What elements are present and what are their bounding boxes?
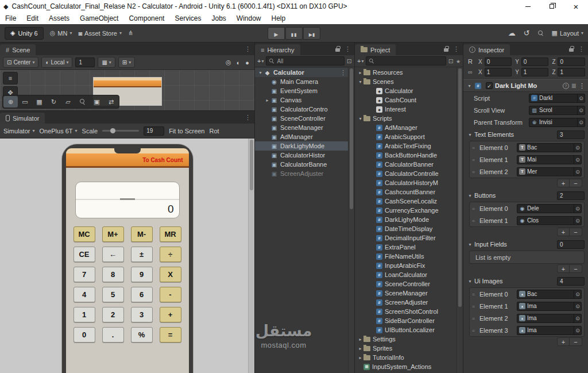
menu-item[interactable]: Component: [123, 14, 169, 22]
foldout-text-elements[interactable]: Text Elements 3: [463, 128, 588, 141]
scrollbar-thumb[interactable]: [350, 68, 353, 209]
calc-key[interactable]: %: [131, 327, 153, 343]
list-element-row[interactable]: Element 1 Mai: [470, 153, 584, 166]
lock-icon[interactable]: [335, 48, 340, 52]
object-field[interactable]: Mer: [517, 167, 582, 176]
hierarchy-item[interactable]: EventSystem: [255, 86, 354, 95]
calc-key[interactable]: ±: [131, 247, 153, 262]
list-element-row[interactable]: Element 0 Dele: [470, 202, 584, 214]
space-toggle[interactable]: Local: [41, 57, 72, 68]
tab-inspector[interactable]: Inspector: [463, 44, 510, 55]
project-item[interactable]: ScreenShotControl: [355, 307, 463, 316]
list-element-row[interactable]: Element 1 Ima: [470, 300, 584, 312]
hierarchy-item[interactable]: SceneController: [255, 114, 354, 123]
hierarchy-add-button[interactable]: [257, 57, 264, 64]
list-element-row[interactable]: Element 2 Mer: [470, 166, 584, 178]
tab-simulator[interactable]: Simulator: [0, 113, 45, 124]
project-item[interactable]: Settings: [355, 334, 463, 344]
search-picker-icon[interactable]: [347, 57, 352, 65]
foldout-buttons[interactable]: Buttons 2: [463, 189, 588, 202]
hierarchy-item[interactable]: Canvas: [255, 95, 354, 105]
drag-handle-icon[interactable]: [472, 145, 478, 151]
project-item[interactable]: BackButtonHandle: [355, 151, 463, 160]
undo-history-icon[interactable]: [524, 29, 530, 37]
menu-item[interactable]: Window: [231, 14, 266, 22]
project-item[interactable]: AdManager: [355, 123, 463, 132]
project-item[interactable]: Scenes: [355, 77, 463, 86]
object-field[interactable]: Ima: [517, 314, 582, 323]
object-field[interactable]: Bac: [517, 143, 582, 152]
grid-size-field[interactable]: 1: [75, 57, 95, 67]
move-tool-button[interactable]: [3, 96, 18, 107]
project-item[interactable]: FileNameUtils: [355, 252, 463, 261]
hierarchy-item[interactable]: SceneManager: [255, 123, 354, 132]
project-item[interactable]: ExtraPanel: [355, 243, 463, 252]
overlay-menu-button[interactable]: [3, 72, 18, 84]
project-search-input[interactable]: [366, 56, 446, 66]
list-size-field[interactable]: 3: [557, 130, 585, 139]
drag-handle-icon[interactable]: [472, 291, 478, 297]
shading-mode-icon[interactable]: [237, 59, 241, 66]
object-picker-icon[interactable]: [574, 156, 581, 164]
project-menu-icon[interactable]: [453, 45, 459, 53]
project-item[interactable]: UIButtonLocalizer: [355, 325, 463, 334]
menu-item[interactable]: Jobs: [206, 14, 231, 22]
menu-item[interactable]: File: [0, 14, 21, 22]
object-picker-icon[interactable]: [574, 205, 581, 213]
search-icon[interactable]: [538, 30, 544, 36]
list-element-row[interactable]: Element 3 Ima: [470, 324, 584, 336]
object-field[interactable]: Ima: [517, 326, 582, 335]
tab-project[interactable]: Project: [355, 44, 396, 55]
step-button[interactable]: [303, 27, 320, 40]
calc-key[interactable]: ÷: [160, 247, 181, 262]
foldout-input-fields[interactable]: Input Fields 0: [463, 238, 588, 251]
calc-key[interactable]: =: [160, 327, 181, 343]
layout-dropdown[interactable]: Layout: [552, 29, 583, 37]
calc-key[interactable]: M-: [131, 226, 153, 242]
object-picker-icon[interactable]: [574, 290, 581, 298]
add-element-button[interactable]: [557, 337, 570, 346]
remove-element-button[interactable]: [570, 337, 582, 346]
project-item[interactable]: CalculatorBanner: [355, 160, 463, 169]
menu-item[interactable]: Help: [266, 14, 291, 22]
simulator-mode-dropdown[interactable]: Simulator: [3, 128, 34, 134]
scene-menu-icon[interactable]: [245, 45, 251, 53]
object-picker-icon[interactable]: [574, 302, 581, 310]
constrain-proportions-icon[interactable]: [468, 68, 475, 75]
list-element-row[interactable]: Element 1 Clos: [470, 214, 584, 226]
restore-button[interactable]: [540, 0, 564, 13]
object-field[interactable]: Ima: [517, 302, 582, 311]
minimize-button[interactable]: [516, 0, 540, 13]
close-button[interactable]: [564, 0, 588, 13]
pause-button[interactable]: [285, 27, 303, 40]
calc-key[interactable]: CE: [74, 247, 95, 262]
menu-item[interactable]: Services: [169, 14, 206, 22]
scale-x-field[interactable]: 1: [485, 68, 512, 76]
hierarchy-item[interactable]: DarkLighyMode: [255, 141, 354, 151]
project-scrollbar[interactable]: [457, 67, 463, 373]
project-item[interactable]: SceneManager: [355, 289, 463, 298]
hierarchy-item[interactable]: AdManager: [255, 132, 354, 141]
calc-key[interactable]: X: [160, 267, 181, 282]
project-item[interactable]: LoanCalculator: [355, 270, 463, 279]
project-item[interactable]: SideBarController: [355, 316, 463, 325]
hierarchy-scrollbar[interactable]: [348, 67, 354, 373]
calc-key[interactable]: MC: [74, 226, 95, 242]
lock-icon[interactable]: [569, 48, 574, 52]
remove-element-button[interactable]: [570, 179, 582, 187]
simulator-menu-icon[interactable]: [245, 114, 251, 121]
component-menu-icon[interactable]: [579, 82, 585, 90]
object-field[interactable]: Mai: [517, 155, 582, 164]
project-add-button[interactable]: [357, 57, 363, 64]
component-header[interactable]: Dark Light Mo: [463, 79, 588, 92]
object-field[interactable]: Darkl: [529, 94, 585, 103]
project-item[interactable]: TutorialInfo: [355, 353, 463, 362]
search-by-type-icon[interactable]: [448, 57, 454, 65]
component-enabled-checkbox[interactable]: [486, 82, 493, 89]
scale-y-field[interactable]: 1: [521, 68, 549, 76]
grid-tool-button[interactable]: [32, 96, 47, 107]
play-button[interactable]: [268, 27, 285, 40]
menu-item[interactable]: Edit: [21, 14, 44, 22]
calc-key[interactable]: M+: [102, 226, 124, 242]
list-size-field[interactable]: 4: [557, 277, 585, 286]
